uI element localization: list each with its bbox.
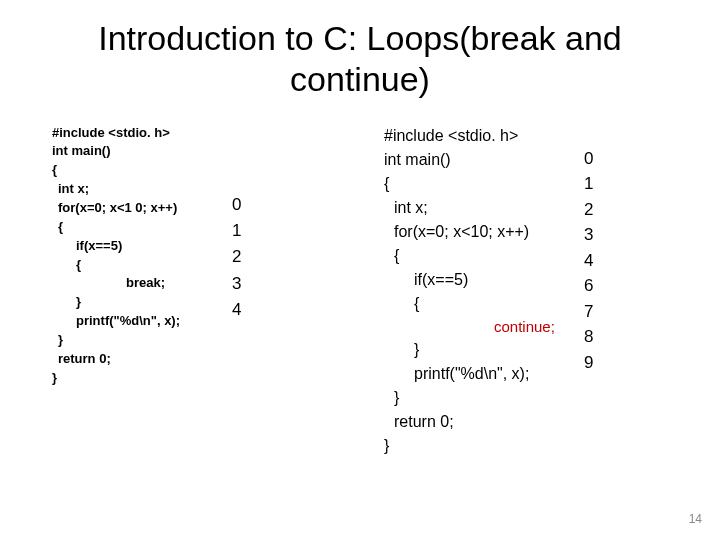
code-line: int main(): [52, 142, 232, 161]
code-line: if(x==5): [384, 268, 584, 292]
code-line: }: [384, 434, 584, 458]
continue-code-block: #include <stdio. h> int main() { int x; …: [384, 124, 584, 459]
code-line: #include <stdio. h>: [384, 124, 584, 148]
code-line: break;: [52, 274, 232, 293]
output-line: 1: [232, 218, 292, 244]
code-line: {: [52, 161, 232, 180]
output-line: 6: [584, 273, 624, 299]
output-line: 8: [584, 324, 624, 350]
output-line: 2: [232, 244, 292, 270]
code-line: if(x==5): [52, 237, 232, 256]
code-line: #include <stdio. h>: [52, 124, 232, 143]
output-line: 0: [584, 146, 624, 172]
output-line: 0: [232, 192, 292, 218]
page-title: Introduction to C: Loops(break and conti…: [0, 0, 720, 100]
output-line: 2: [584, 197, 624, 223]
output-line: 3: [232, 271, 292, 297]
code-line: int x;: [52, 180, 232, 199]
content-area: #include <stdio. h> int main() { int x; …: [0, 100, 720, 459]
code-line: }: [52, 293, 232, 312]
code-line: {: [52, 256, 232, 275]
output-line: 9: [584, 350, 624, 376]
code-line: }: [384, 338, 584, 362]
page-number: 14: [689, 512, 702, 526]
code-line: }: [384, 386, 584, 410]
code-line: {: [384, 172, 584, 196]
code-line: {: [384, 244, 584, 268]
output-line: 7: [584, 299, 624, 325]
code-line: }: [52, 331, 232, 350]
output-line: 3: [584, 222, 624, 248]
code-line: for(x=0; x<1 0; x++): [52, 199, 232, 218]
spacer: [292, 124, 384, 459]
output-line: 4: [584, 248, 624, 274]
output-line: 4: [232, 297, 292, 323]
code-line: int main(): [384, 148, 584, 172]
code-line: return 0;: [52, 350, 232, 369]
code-line-continue: continue;: [384, 316, 584, 339]
code-line: {: [384, 292, 584, 316]
code-line: {: [52, 218, 232, 237]
code-line: printf("%d\n", x);: [52, 312, 232, 331]
break-output-block: 0 1 2 3 4: [232, 124, 292, 459]
code-line: }: [52, 369, 232, 388]
continue-output-block: 0 1 2 3 4 6 7 8 9: [584, 124, 624, 459]
code-line: for(x=0; x<10; x++): [384, 220, 584, 244]
output-line: 1: [584, 171, 624, 197]
break-code-block: #include <stdio. h> int main() { int x; …: [52, 124, 232, 459]
code-line: int x;: [384, 196, 584, 220]
code-line: return 0;: [384, 410, 584, 434]
code-line: printf("%d\n", x);: [384, 362, 584, 386]
